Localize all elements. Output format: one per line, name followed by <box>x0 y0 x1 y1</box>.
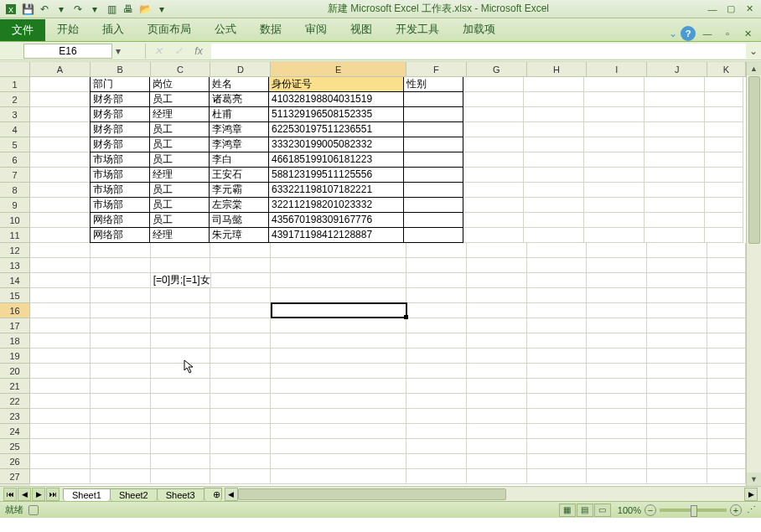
cell-H2[interactable] <box>524 92 584 107</box>
cell-A27[interactable] <box>30 469 91 484</box>
cell-C22[interactable] <box>151 394 211 409</box>
cell-A13[interactable] <box>30 258 91 273</box>
cell-K3[interactable] <box>705 107 743 122</box>
cell-C11[interactable]: 经理 <box>149 227 210 243</box>
cell-B11[interactable]: 网络部 <box>90 227 150 243</box>
cell-K18[interactable] <box>707 333 746 349</box>
cell-B23[interactable] <box>91 409 151 424</box>
cell-E26[interactable] <box>271 454 406 469</box>
cell-D16[interactable] <box>210 303 271 318</box>
row-header-1[interactable]: 1 <box>0 77 30 92</box>
tab-prev-button[interactable]: ◀ <box>18 488 31 501</box>
cell-B19[interactable] <box>91 349 151 364</box>
cell-J24[interactable] <box>647 424 707 439</box>
cell-C21[interactable] <box>151 379 211 394</box>
file-tab[interactable]: 文件 <box>0 19 45 41</box>
cell-A18[interactable] <box>30 333 91 349</box>
cell-G18[interactable] <box>467 333 527 349</box>
cell-G27[interactable] <box>467 469 527 484</box>
cell-G5[interactable] <box>463 137 524 152</box>
cell-G21[interactable] <box>467 379 527 394</box>
cell-K4[interactable] <box>705 122 743 137</box>
cell-K26[interactable] <box>707 454 746 469</box>
tab-first-button[interactable]: ⏮ <box>3 488 17 501</box>
cell-I14[interactable] <box>587 273 647 288</box>
cell-J12[interactable] <box>647 243 707 258</box>
cell-H7[interactable] <box>524 168 584 183</box>
cell-A22[interactable] <box>30 394 91 409</box>
row-header-22[interactable]: 22 <box>0 394 30 409</box>
col-header-A[interactable]: A <box>30 62 91 77</box>
cell-F13[interactable] <box>406 258 467 273</box>
cell-B26[interactable] <box>91 454 151 469</box>
cell-J9[interactable] <box>645 198 705 213</box>
cell-B16[interactable] <box>91 303 151 318</box>
cell-K17[interactable] <box>707 318 746 333</box>
help-icon[interactable]: ? <box>681 26 696 41</box>
cell-E19[interactable] <box>271 349 406 364</box>
cell-I3[interactable] <box>584 107 645 122</box>
cell-B24[interactable] <box>91 424 151 439</box>
cell-F17[interactable] <box>406 318 467 333</box>
cell-E5[interactable]: 333230199005082332 <box>268 137 404 152</box>
open-icon[interactable]: 📂 <box>137 2 153 17</box>
cell-E4[interactable]: 622530197511236551 <box>268 121 404 137</box>
cell-H1[interactable] <box>524 77 584 92</box>
cell-A2[interactable] <box>30 92 91 107</box>
cell-B21[interactable] <box>91 379 151 394</box>
cell-H18[interactable] <box>527 333 588 349</box>
cell-I26[interactable] <box>587 454 647 469</box>
row-header-11[interactable]: 11 <box>0 228 30 243</box>
cell-A12[interactable] <box>30 243 91 258</box>
row-header-4[interactable]: 4 <box>0 122 30 137</box>
cell-J4[interactable] <box>645 122 705 137</box>
scroll-down-button[interactable]: ▼ <box>747 473 761 486</box>
cell-D23[interactable] <box>210 409 271 424</box>
cell-E22[interactable] <box>271 394 406 409</box>
page-break-button[interactable]: ▭ <box>594 504 611 517</box>
cell-F18[interactable] <box>406 333 467 349</box>
ribbon-tab-2[interactable]: 页面布局 <box>136 18 203 41</box>
cell-E16[interactable] <box>271 303 406 318</box>
cell-G13[interactable] <box>467 258 527 273</box>
cell-A15[interactable] <box>30 288 91 303</box>
cell-G6[interactable] <box>463 152 524 168</box>
cell-G25[interactable] <box>467 439 527 454</box>
cell-D11[interactable]: 朱元璋 <box>209 227 269 243</box>
cell-I17[interactable] <box>587 318 647 333</box>
cell-D27[interactable] <box>210 469 271 484</box>
cell-D10[interactable]: 司马懿 <box>209 212 269 228</box>
cell-F2[interactable] <box>403 91 463 107</box>
cell-J17[interactable] <box>647 318 707 333</box>
cell-H25[interactable] <box>527 439 588 454</box>
cell-J23[interactable] <box>647 409 707 424</box>
cell-H8[interactable] <box>524 183 584 198</box>
ribbon-tab-5[interactable]: 审阅 <box>293 18 339 41</box>
cell-F16[interactable] <box>406 303 467 318</box>
cell-B8[interactable]: 市场部 <box>90 182 150 198</box>
cell-B9[interactable]: 市场部 <box>90 197 150 213</box>
cell-E8[interactable]: 633221198107182221 <box>268 182 404 198</box>
cell-H27[interactable] <box>527 469 588 484</box>
cell-I23[interactable] <box>587 409 647 424</box>
cell-E14[interactable] <box>271 273 406 288</box>
cell-C4[interactable]: 员工 <box>149 121 210 137</box>
cell-D13[interactable] <box>210 258 271 273</box>
cell-K22[interactable] <box>707 394 746 409</box>
cell-C16[interactable] <box>151 303 211 318</box>
ribbon-tab-8[interactable]: 加载项 <box>451 18 507 41</box>
cell-C1[interactable]: 岗位 <box>149 77 210 92</box>
sheet-tab-Sheet2[interactable]: Sheet2 <box>110 488 158 501</box>
vscroll-thumb[interactable] <box>748 76 760 244</box>
cell-C5[interactable]: 员工 <box>149 137 210 152</box>
cell-B17[interactable] <box>91 318 151 333</box>
cell-E24[interactable] <box>271 424 406 439</box>
cell-D24[interactable] <box>210 424 271 439</box>
cell-J21[interactable] <box>647 379 707 394</box>
cell-F10[interactable] <box>403 212 463 228</box>
cell-E11[interactable]: 439171198412128887 <box>268 227 404 243</box>
col-header-J[interactable]: J <box>647 62 707 77</box>
col-header-G[interactable]: G <box>467 62 527 77</box>
close-button[interactable]: ✕ <box>741 3 758 16</box>
cell-I25[interactable] <box>587 439 647 454</box>
